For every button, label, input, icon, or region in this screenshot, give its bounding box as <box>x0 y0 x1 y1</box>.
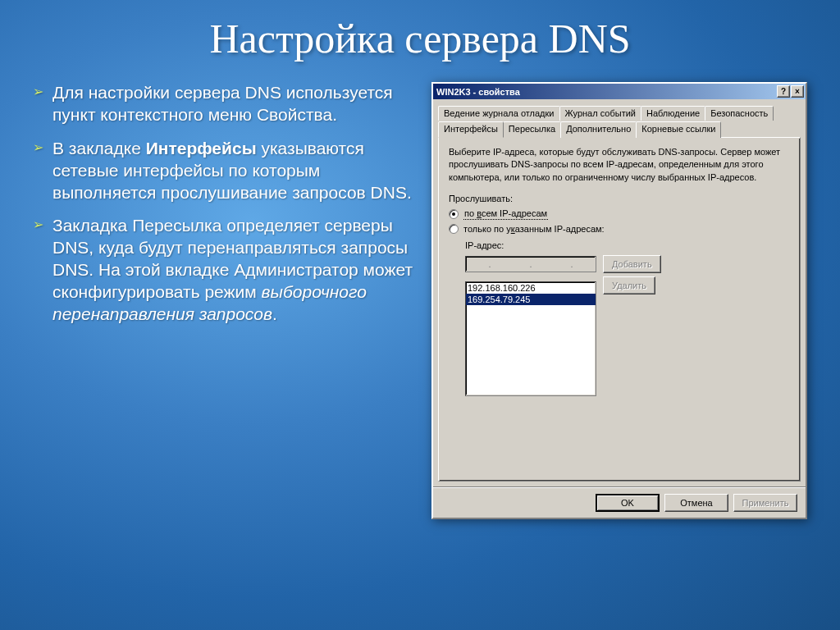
titlebar-text: WIN2K3 - свойства <box>436 87 776 97</box>
ip-address-input[interactable]: ... <box>465 256 596 272</box>
close-button[interactable]: × <box>791 85 804 98</box>
properties-dialog: WIN2K3 - свойства ? × Ведение журнала от… <box>431 82 807 519</box>
radio-selected-addresses[interactable]: только по указанным IP-адресам: <box>449 224 790 234</box>
radio-label: только по указанным IP-адресам: <box>463 224 605 234</box>
bullet-item: Закладка Пересылка определяет серверы DN… <box>33 215 415 325</box>
remove-button[interactable]: Удалить <box>603 276 655 294</box>
tab-root-hints[interactable]: Корневые ссылки <box>636 121 721 138</box>
description-text: Выберите IP-адреса, которые будут обслуж… <box>449 146 790 184</box>
titlebar[interactable]: WIN2K3 - свойства ? × <box>433 84 806 99</box>
add-button[interactable]: Добавить <box>603 255 661 273</box>
tab-advanced[interactable]: Дополнительно <box>560 121 637 138</box>
bullet-bold: Интерфейсы <box>146 139 257 158</box>
apply-button[interactable]: Применить <box>733 494 797 512</box>
radio-label: по всем IP-адресам <box>463 208 548 220</box>
bullet-text: В закладке <box>52 139 146 158</box>
radio-icon <box>449 209 459 219</box>
tab-forwarders[interactable]: Пересылка <box>503 121 561 138</box>
listen-label: Прослушивать: <box>449 194 790 203</box>
tab-security[interactable]: Безопасность <box>705 106 774 121</box>
bullet-text: . <box>272 304 277 323</box>
cancel-button[interactable]: Отмена <box>664 494 728 512</box>
tab-event-log[interactable]: Журнал событий <box>559 106 641 121</box>
radio-icon <box>449 224 459 234</box>
help-button[interactable]: ? <box>777 85 790 98</box>
bullet-item: Для настройки сервера DNS используется п… <box>33 82 415 126</box>
list-item[interactable]: 169.254.79.245 <box>466 294 596 305</box>
ip-listbox[interactable]: 192.168.160.226 169.254.79.245 <box>465 281 596 396</box>
tab-debug-logging[interactable]: Ведение журнала отладки <box>438 106 560 121</box>
ip-address-label: IP-адрес: <box>465 240 790 250</box>
ok-button[interactable]: OK <box>596 494 660 512</box>
slide-title: Настройка сервера DNS <box>33 15 807 62</box>
tab-interfaces[interactable]: Интерфейсы <box>438 121 504 138</box>
radio-all-addresses[interactable]: по всем IP-адресам <box>449 208 790 220</box>
bullet-item: В закладке Интерфейсы указываются сетевы… <box>33 138 415 204</box>
dialog-footer: OK Отмена Применить <box>433 486 806 518</box>
list-item[interactable]: 192.168.160.226 <box>466 282 596 294</box>
tab-panel-interfaces: Выберите IP-адреса, которые будут обслуж… <box>438 137 801 482</box>
bullet-list: Для настройки сервера DNS используется п… <box>33 82 415 519</box>
tab-monitoring[interactable]: Наблюдение <box>641 106 705 121</box>
bullet-text: Для настройки сервера DNS используется п… <box>52 83 393 124</box>
